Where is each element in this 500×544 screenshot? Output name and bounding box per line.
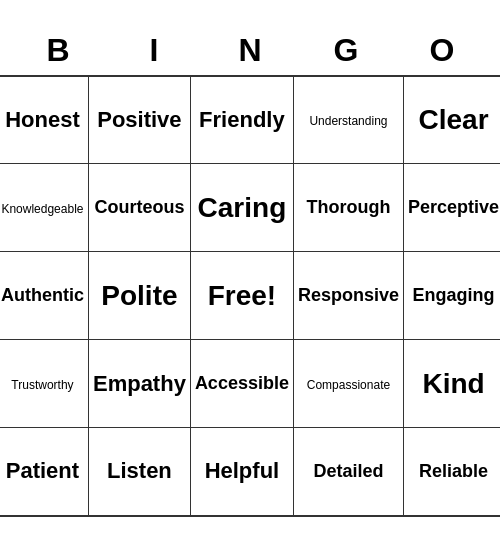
cell-text-3-2: Accessible [195, 373, 289, 393]
cell-4-1: Listen [88, 428, 190, 516]
cell-0-4: Clear [403, 76, 500, 164]
grid-row-0: HonestPositiveFriendlyUnderstandingClear [0, 76, 500, 164]
cell-text-2-1: Polite [101, 280, 177, 311]
grid-row-4: PatientListenHelpfulDetailedReliable [0, 428, 500, 516]
cell-text-3-0: Trustworthy [11, 378, 73, 392]
cell-text-4-2: Helpful [205, 458, 280, 483]
cell-2-4: Engaging [403, 252, 500, 340]
cell-1-4: Perceptive [403, 164, 500, 252]
grid-row-3: TrustworthyEmpathyAccessibleCompassionat… [0, 340, 500, 428]
cell-1-2: Caring [190, 164, 293, 252]
cell-0-0: Honest [0, 76, 88, 164]
header-letter-i: I [106, 28, 202, 73]
cell-text-4-3: Detailed [313, 461, 383, 481]
cell-text-0-3: Understanding [309, 114, 387, 128]
cell-4-0: Patient [0, 428, 88, 516]
cell-text-4-0: Patient [6, 458, 79, 483]
cell-text-1-3: Thorough [306, 197, 390, 217]
cell-3-0: Trustworthy [0, 340, 88, 428]
cell-4-2: Helpful [190, 428, 293, 516]
cell-text-3-1: Empathy [93, 371, 186, 396]
cell-2-0: Authentic [0, 252, 88, 340]
cell-text-2-0: Authentic [1, 285, 84, 305]
cell-text-3-3: Compassionate [307, 378, 390, 392]
cell-text-3-4: Kind [422, 368, 484, 399]
cell-0-2: Friendly [190, 76, 293, 164]
cell-0-3: Understanding [293, 76, 403, 164]
cell-text-1-4: Perceptive [408, 197, 499, 217]
cell-3-3: Compassionate [293, 340, 403, 428]
cell-2-2: Free! [190, 252, 293, 340]
cell-text-4-1: Listen [107, 458, 172, 483]
cell-text-1-2: Caring [198, 192, 287, 223]
cell-text-0-0: Honest [5, 107, 80, 132]
cell-1-0: Knowledgeable [0, 164, 88, 252]
cell-text-2-3: Responsive [298, 285, 399, 305]
cell-1-3: Thorough [293, 164, 403, 252]
grid-row-2: AuthenticPoliteFree!ResponsiveEngaging [0, 252, 500, 340]
cell-text-0-2: Friendly [199, 107, 285, 132]
header-letter-n: N [202, 28, 298, 73]
header-letter-g: G [298, 28, 394, 73]
cell-2-1: Polite [88, 252, 190, 340]
cell-0-1: Positive [88, 76, 190, 164]
cell-text-2-4: Engaging [413, 285, 495, 305]
bingo-header: BINGO [10, 28, 490, 73]
cell-text-0-4: Clear [418, 104, 488, 135]
bingo-card: BINGO HonestPositiveFriendlyUnderstandin… [10, 28, 490, 517]
cell-4-4: Reliable [403, 428, 500, 516]
cell-3-2: Accessible [190, 340, 293, 428]
cell-4-3: Detailed [293, 428, 403, 516]
grid-row-1: KnowledgeableCourteousCaringThoroughPerc… [0, 164, 500, 252]
cell-text-0-1: Positive [97, 107, 181, 132]
cell-text-2-2: Free! [208, 280, 276, 311]
cell-text-1-1: Courteous [94, 197, 184, 217]
bingo-grid: HonestPositiveFriendlyUnderstandingClear… [0, 75, 500, 517]
cell-3-4: Kind [403, 340, 500, 428]
cell-2-3: Responsive [293, 252, 403, 340]
cell-text-1-0: Knowledgeable [1, 202, 83, 216]
header-letter-b: B [10, 28, 106, 73]
cell-1-1: Courteous [88, 164, 190, 252]
header-letter-o: O [394, 28, 490, 73]
cell-text-4-4: Reliable [419, 461, 488, 481]
cell-3-1: Empathy [88, 340, 190, 428]
